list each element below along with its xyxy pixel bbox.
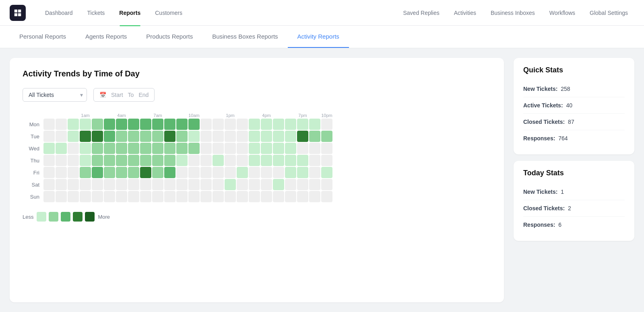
chart-title: Activity Trends by Time of Day	[23, 69, 491, 78]
sub-nav: Personal ReportsAgents ReportsProducts R…	[0, 26, 644, 48]
heatmap-cell	[68, 179, 79, 190]
heatmap-cell	[237, 131, 248, 142]
sidebar: Quick Stats New Tickets: 258Active Ticke…	[514, 58, 634, 302]
heatmap-cell	[321, 131, 332, 142]
heatmap-cell	[43, 155, 55, 166]
heatmap-cell	[249, 119, 260, 130]
heatmap-cell	[164, 179, 175, 190]
quick-stats-card: Quick Stats New Tickets: 258Active Ticke…	[514, 58, 634, 154]
main-layout: Activity Trends by Time of Day All Ticke…	[0, 48, 644, 312]
heatmap-cell	[56, 131, 67, 142]
today-stats-card: Today Stats New Tickets: 1Closed Tickets…	[514, 161, 634, 241]
sub-nav-item-agents[interactable]: Agents Reports	[76, 26, 136, 48]
heatmap-cell	[237, 155, 248, 166]
heatmap-cell	[261, 119, 272, 130]
sub-nav-item-products[interactable]: Products Reports	[136, 26, 202, 48]
nav-item-customers[interactable]: Customers	[149, 6, 189, 19]
heatmap-cell	[164, 131, 175, 142]
quick-stat-label: Responses:	[523, 135, 555, 142]
nav-item-global-settings[interactable]: Global Settings	[583, 6, 634, 19]
heatmap-cell	[188, 119, 200, 130]
heatmap-cell	[213, 143, 224, 154]
nav-item-tickets[interactable]: Tickets	[81, 6, 111, 19]
heatmap-cell	[213, 191, 224, 202]
nav-item-saved-replies[interactable]: Saved Replies	[396, 6, 446, 19]
heatmap-cell	[200, 155, 212, 166]
heatmap-cell	[164, 143, 175, 154]
nav-right: Saved RepliesActivitiesBusiness InboxesW…	[396, 6, 634, 19]
heatmap-cell	[152, 131, 163, 142]
heatmap-cell	[164, 167, 175, 178]
quick-stat-value: 87	[566, 119, 574, 125]
heatmap-cell	[92, 143, 103, 154]
heatmap-cell	[116, 131, 127, 142]
nav-item-reports[interactable]: Reports	[113, 6, 147, 19]
heatmap-cell	[273, 191, 284, 202]
quick-stat-label: New Tickets:	[523, 86, 557, 92]
heatmap-cell	[200, 119, 212, 130]
top-nav: DashboardTicketsReportsCustomers Saved R…	[0, 0, 644, 26]
heatmap-cell	[176, 143, 188, 154]
heatmap: 1am4am7am10am1pm4pm7pm10pmMonTueWedThuFr…	[23, 113, 491, 202]
chart-card: Activity Trends by Time of Day All Ticke…	[10, 58, 504, 302]
heatmap-cell	[80, 167, 91, 178]
today-stat-label: Responses:	[523, 222, 555, 228]
heatmap-cell	[56, 191, 67, 202]
heatmap-cell	[104, 143, 115, 154]
logo	[10, 5, 26, 21]
nav-item-activities[interactable]: Activities	[448, 6, 483, 19]
heatmap-cell	[104, 167, 115, 178]
heatmap-cell	[176, 191, 188, 202]
nav-item-business-inboxes[interactable]: Business Inboxes	[484, 6, 541, 19]
heatmap-cell	[56, 119, 67, 130]
heatmap-cell	[176, 131, 188, 142]
heatmap-cell	[249, 143, 260, 154]
date-range-picker[interactable]: 📅 Start To End	[93, 88, 155, 102]
heatmap-cell	[188, 167, 200, 178]
nav-item-workflows[interactable]: Workflows	[543, 6, 582, 19]
today-stat-row: Responses: 6	[523, 217, 625, 233]
heatmap-cell	[152, 179, 163, 190]
heatmap-cell	[68, 119, 79, 130]
heatmap-cell	[104, 155, 115, 166]
sub-nav-item-business-boxes[interactable]: Business Boxes Reports	[202, 26, 287, 48]
heatmap-cell	[285, 167, 296, 178]
heatmap-cell	[140, 191, 151, 202]
heatmap-cell	[225, 131, 236, 142]
heatmap-cell	[92, 119, 103, 130]
heatmap-cell	[92, 131, 103, 142]
quick-stat-value: 40	[565, 102, 572, 109]
heatmap-cell	[261, 131, 272, 142]
heatmap-cell	[249, 167, 260, 178]
heatmap-cell	[80, 179, 91, 190]
ticket-filter-select[interactable]: All TicketsOpen TicketsClosed Tickets	[23, 88, 87, 102]
heatmap-cell	[309, 143, 320, 154]
heatmap-cell	[80, 119, 91, 130]
heatmap-cell	[56, 167, 67, 178]
heatmap-cell	[176, 119, 188, 130]
today-stat-row: New Tickets: 1	[523, 184, 625, 200]
quick-stat-row: Active Tickets: 40	[523, 97, 625, 114]
heatmap-cell	[56, 143, 67, 154]
heatmap-cell	[297, 167, 308, 178]
heatmap-cell	[164, 119, 175, 130]
legend-more-label: More	[98, 214, 110, 220]
heatmap-cell	[56, 179, 67, 190]
heatmap-cell	[43, 191, 55, 202]
heatmap-cell	[273, 119, 284, 130]
quick-stat-row: Responses: 764	[523, 130, 625, 146]
heatmap-cell	[297, 179, 308, 190]
quick-stats-rows: New Tickets: 258Active Tickets: 40Closed…	[523, 81, 625, 146]
heatmap-cell	[321, 191, 332, 202]
sub-nav-item-activity[interactable]: Activity Reports	[288, 26, 349, 48]
heatmap-cell	[321, 143, 332, 154]
date-to-label: To	[128, 92, 134, 98]
today-stat-row: Closed Tickets: 2	[523, 200, 625, 217]
heatmap-cell	[225, 191, 236, 202]
heatmap-cell	[213, 179, 224, 190]
heatmap-cell	[225, 179, 236, 190]
nav-item-dashboard[interactable]: Dashboard	[39, 6, 79, 19]
sub-nav-item-personal[interactable]: Personal Reports	[10, 26, 76, 48]
heatmap-cell	[43, 167, 55, 178]
heatmap-cell	[116, 143, 127, 154]
